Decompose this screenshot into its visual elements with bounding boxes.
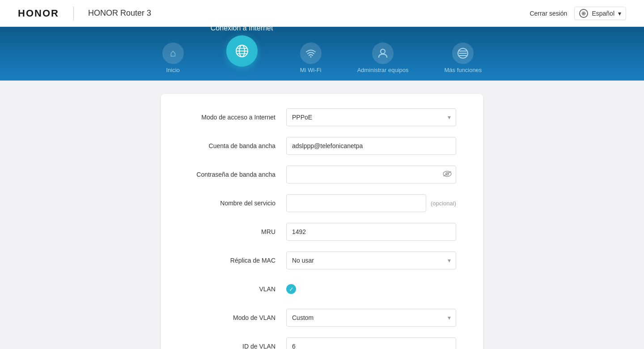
navigation: ⌂ Inicio Conexión a Internet Conexión a … <box>0 27 644 81</box>
select-wrapper-modo-vlan: Custom Auto Manual ▾ <box>286 309 456 327</box>
replica-mac-select[interactable]: No usar Usar MAC del router Personalizad… <box>286 251 456 269</box>
sidebar-item-wifi[interactable]: Mi Wi-Fi <box>300 43 322 81</box>
contrasena-input[interactable] <box>286 166 456 183</box>
label-modo-vlan: Modo de VLAN <box>188 314 286 321</box>
user-icon <box>372 43 394 64</box>
wifi-icon <box>300 43 322 64</box>
globe-icon: ⊕ <box>579 9 588 18</box>
active-nav-title: Conexión a Internet <box>211 24 273 32</box>
logout-button[interactable]: Cerrar sesión <box>530 10 567 17</box>
form-row-nombre-servicio: Nombre del servicio (opcional) <box>188 193 456 213</box>
modo-acceso-select[interactable]: PPPoE DHCP IP estática <box>286 108 456 126</box>
logo-area: HONOR HONOR Router 3 <box>18 7 151 20</box>
form-card: Modo de acceso a Internet PPPoE DHCP IP … <box>161 94 483 349</box>
label-replica-mac: Réplica de MAC <box>188 257 286 264</box>
eye-icon[interactable] <box>443 170 452 179</box>
sidebar-item-funciones[interactable]: Más funciones <box>445 43 482 81</box>
logo-divider <box>73 7 74 20</box>
nav-label-wifi: Mi Wi-Fi <box>300 67 322 73</box>
svg-point-6 <box>381 49 385 54</box>
label-mru: MRU <box>188 228 286 235</box>
mru-input[interactable] <box>286 223 456 241</box>
select-wrapper-modo-acceso: PPPoE DHCP IP estática ▾ <box>286 108 456 126</box>
svg-point-5 <box>310 56 311 58</box>
brand-logo: HONOR <box>18 8 59 19</box>
nav-label-equipos: Administrar equipos <box>357 67 409 73</box>
form-row-mru: MRU <box>188 222 456 242</box>
form-row-vlan: VLAN ✓ <box>188 279 456 299</box>
form-row-contrasena: Contraseña de banda ancha <box>188 165 456 184</box>
label-contrasena: Contraseña de banda ancha <box>188 171 286 178</box>
label-modo-acceso: Modo de acceso a Internet <box>188 114 286 121</box>
password-wrapper <box>286 166 456 183</box>
sidebar-item-equipos[interactable]: Administrar equipos <box>357 43 409 81</box>
globe-nav-icon <box>226 35 258 67</box>
language-selector[interactable]: ⊕ Español ▾ <box>574 7 626 20</box>
form-row-id-vlan: ID de VLAN <box>188 336 456 349</box>
form-row-modo-acceso: Modo de acceso a Internet PPPoE DHCP IP … <box>188 107 456 127</box>
nombre-servicio-input[interactable] <box>286 194 426 212</box>
label-nombre-servicio: Nombre del servicio <box>188 200 286 207</box>
sidebar-item-inicio[interactable]: ⌂ Inicio <box>162 43 184 81</box>
label-cuenta-banda: Cuenta de banda ancha <box>188 142 286 149</box>
form-row-cuenta-banda: Cuenta de banda ancha <box>188 136 456 156</box>
cuenta-banda-input[interactable] <box>286 137 456 155</box>
form-row-modo-vlan: Modo de VLAN Custom Auto Manual ▾ <box>188 308 456 328</box>
nav-label-funciones: Más funciones <box>445 67 482 73</box>
id-vlan-input[interactable] <box>286 337 456 349</box>
menu-icon <box>452 43 474 64</box>
optional-label: (opcional) <box>431 200 456 207</box>
language-label: Español <box>592 10 614 17</box>
label-id-vlan: ID de VLAN <box>188 343 286 349</box>
modo-vlan-select[interactable]: Custom Auto Manual <box>286 309 456 327</box>
select-wrapper-replica-mac: No usar Usar MAC del router Personalizad… <box>286 251 456 269</box>
chevron-down-icon: ▾ <box>618 10 621 17</box>
label-vlan: VLAN <box>188 285 286 293</box>
sidebar-item-conexion[interactable]: Conexión a Internet Conexión a Internet <box>220 60 264 81</box>
header-right: Cerrar sesión ⊕ Español ▾ <box>530 7 626 20</box>
router-name: HONOR Router 3 <box>88 9 151 18</box>
header: HONOR HONOR Router 3 Cerrar sesión ⊕ Esp… <box>0 0 644 27</box>
form-row-replica-mac: Réplica de MAC No usar Usar MAC del rout… <box>188 251 456 270</box>
home-icon: ⌂ <box>162 43 184 64</box>
vlan-checkbox[interactable]: ✓ <box>286 284 296 294</box>
main-content: Modo de acceso a Internet PPPoE DHCP IP … <box>0 81 644 349</box>
nav-label-inicio: Inicio <box>166 67 179 73</box>
